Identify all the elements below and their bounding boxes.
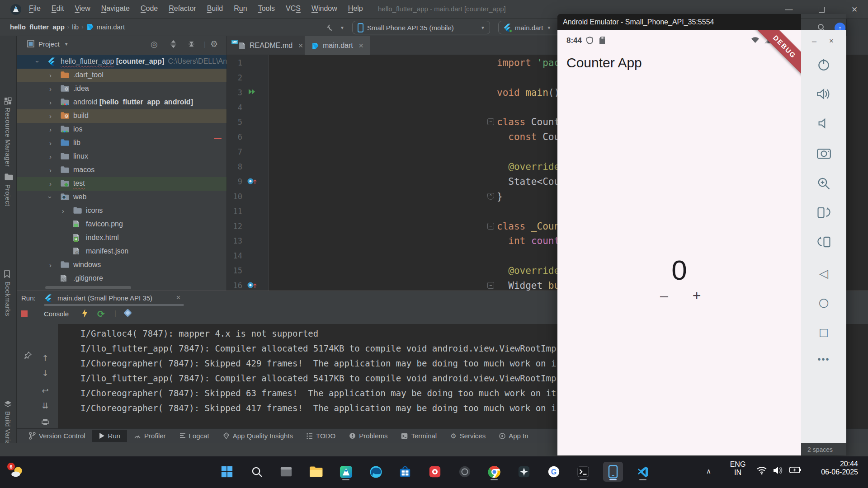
taskbar-android-emulator[interactable] bbox=[603, 462, 623, 482]
chevron-right-icon[interactable]: › bbox=[62, 207, 64, 215]
tool-window-app-in[interactable]: App In bbox=[492, 430, 535, 442]
tree-item-icons[interactable]: ›icons bbox=[17, 204, 227, 218]
device-selector[interactable]: Small Phone API 35 (mobile) ▼ bbox=[352, 21, 490, 34]
tool-window-todo[interactable]: TODO bbox=[300, 430, 342, 442]
tool-window-profiler[interactable]: Profiler bbox=[127, 430, 173, 442]
taskbar-app-red[interactable] bbox=[425, 462, 445, 482]
taskbar-app-window[interactable] bbox=[276, 462, 296, 482]
menu-edit[interactable]: Edit bbox=[46, 0, 70, 17]
expand-all-icon[interactable] bbox=[170, 40, 177, 48]
hot-restart-icon[interactable]: ⟳ bbox=[97, 309, 105, 319]
breadcrumb-file[interactable]: main.dart bbox=[97, 23, 125, 31]
emulator-close-button[interactable]: × bbox=[829, 37, 834, 46]
chevron-right-icon[interactable]: › bbox=[49, 71, 52, 79]
tool-window-app-quality-insights[interactable]: App Quality Insights bbox=[216, 430, 300, 442]
taskbar-android-studio[interactable] bbox=[336, 462, 356, 482]
emulator-screen[interactable]: 8:44 DEBUG Counter App 0 – + bbox=[557, 30, 801, 455]
print-icon[interactable] bbox=[39, 416, 51, 428]
emulator-rotate-left-button[interactable] bbox=[816, 205, 831, 220]
tool-window-version-control[interactable]: Version Control bbox=[22, 430, 92, 442]
tree-item-manifest-json[interactable]: ⚙manifest.json bbox=[17, 245, 227, 258]
tray-volume-icon[interactable] bbox=[773, 466, 783, 474]
tree-item-idea[interactable]: ›⚙.idea bbox=[17, 82, 227, 96]
chevron-down-icon[interactable]: › bbox=[47, 196, 54, 198]
close-run-tab-icon[interactable]: ✕ bbox=[176, 294, 181, 301]
clock[interactable]: 20:4406-06-2025 bbox=[813, 460, 858, 476]
tree-item-ios[interactable]: ›●●●ios bbox=[17, 123, 227, 136]
taskbar-search[interactable] bbox=[247, 462, 267, 482]
taskbar-app-compass[interactable] bbox=[514, 462, 534, 482]
tab-readme[interactable]: MD README.md✕ bbox=[231, 36, 310, 55]
collapse-all-icon[interactable] bbox=[188, 40, 195, 48]
emulator-back-button[interactable]: ◁ bbox=[816, 266, 831, 281]
tree-item-build[interactable]: ›⚙build bbox=[17, 109, 227, 123]
taskbar-google[interactable]: G bbox=[544, 462, 564, 482]
menu-build[interactable]: Build bbox=[202, 0, 229, 17]
console-tab[interactable]: Console bbox=[44, 310, 69, 318]
chevron-right-icon[interactable]: › bbox=[49, 180, 52, 188]
tab-main-dart[interactable]: main.dart✕ bbox=[305, 36, 370, 55]
tray-expand-icon[interactable]: ∧ bbox=[706, 467, 711, 475]
tray-battery-icon[interactable] bbox=[789, 467, 801, 473]
emulator-more-button[interactable]: ••• bbox=[816, 352, 831, 367]
menu-run[interactable]: Run bbox=[228, 0, 252, 17]
tree-item-macos[interactable]: ›macos bbox=[17, 164, 227, 177]
chevron-right-icon[interactable]: › bbox=[49, 153, 52, 160]
fold-icon[interactable]: − bbox=[487, 282, 494, 289]
chevron-right-icon[interactable]: › bbox=[49, 139, 52, 147]
tool-window-problems[interactable]: Problems bbox=[342, 430, 394, 442]
soft-wrap-icon[interactable]: ↩ bbox=[39, 385, 51, 396]
tool-window-logcat[interactable]: Logcat bbox=[173, 430, 216, 442]
menu-window[interactable]: Window bbox=[306, 0, 343, 17]
emulator-volume-up-button[interactable] bbox=[816, 86, 831, 102]
tool-window-services[interactable]: ⚙Services bbox=[443, 430, 492, 442]
menu-code[interactable]: Code bbox=[135, 0, 163, 17]
taskbar-app-dark[interactable] bbox=[455, 462, 475, 482]
tree-item-linux[interactable]: ›linux bbox=[17, 150, 227, 164]
emulator-volume-down-button[interactable] bbox=[816, 116, 831, 131]
chevron-right-icon[interactable]: › bbox=[49, 99, 52, 106]
chevron-right-icon[interactable]: › bbox=[49, 261, 52, 269]
tree-item-windows[interactable]: ›windows bbox=[17, 258, 227, 272]
chevron-right-icon[interactable]: › bbox=[49, 85, 52, 93]
tool-window-terminal[interactable]: Terminal bbox=[394, 430, 443, 442]
emulator-minimize-button[interactable]: – bbox=[812, 37, 816, 46]
taskbar-start[interactable] bbox=[217, 462, 237, 482]
menu-help[interactable]: Help bbox=[343, 0, 368, 17]
tree-item-hello-flutter-app[interactable]: ›hello_flutter_app [counter_app]C:\Users… bbox=[17, 55, 227, 69]
taskbar-terminal[interactable] bbox=[573, 462, 593, 482]
menu-view[interactable]: View bbox=[69, 0, 95, 17]
menu-file[interactable]: File bbox=[24, 0, 46, 17]
chevron-right-icon[interactable]: › bbox=[49, 126, 52, 133]
increment-button[interactable]: + bbox=[689, 287, 705, 304]
taskbar-notification-widget[interactable]: 6 bbox=[7, 462, 27, 482]
hot-reload-icon[interactable] bbox=[81, 309, 88, 318]
emulator-rotate-right-button[interactable] bbox=[816, 234, 831, 249]
locate-file-icon[interactable]: ◎ bbox=[151, 39, 158, 49]
taskbar-edge[interactable] bbox=[366, 462, 386, 482]
menu-refactor[interactable]: Refactor bbox=[163, 0, 201, 17]
history-caret-icon[interactable]: ▼ bbox=[340, 25, 344, 30]
rerun-history-icon[interactable] bbox=[326, 23, 336, 33]
tree-item-web[interactable]: ›web bbox=[17, 191, 227, 204]
close-tab-icon[interactable]: ✕ bbox=[298, 42, 303, 49]
fold-icon[interactable]: − bbox=[487, 223, 494, 230]
tree-item-index-html[interactable]: Hindex.html bbox=[17, 231, 227, 245]
dart-devtools-icon[interactable] bbox=[123, 309, 132, 317]
decrement-button[interactable]: – bbox=[656, 287, 672, 304]
chevron-right-icon[interactable]: › bbox=[49, 112, 52, 120]
fold-icon[interactable]: − bbox=[487, 118, 494, 125]
menu-tools[interactable]: Tools bbox=[253, 0, 280, 17]
close-tab-icon[interactable]: ✕ bbox=[359, 42, 364, 49]
emulator-zoom-in-button[interactable] bbox=[816, 176, 831, 191]
pin-icon[interactable] bbox=[22, 349, 34, 361]
tray-wifi-icon[interactable] bbox=[757, 467, 767, 474]
tool-window-run[interactable]: Run bbox=[92, 430, 127, 442]
emulator-overview-button[interactable]: □ bbox=[816, 324, 831, 340]
horizontal-scrollbar[interactable] bbox=[45, 286, 131, 289]
language-indicator[interactable]: ENGIN bbox=[729, 460, 747, 477]
fold-end-icon[interactable]: ⌃ bbox=[487, 193, 494, 200]
breadcrumb-project[interactable]: hello_flutter_app bbox=[10, 23, 65, 31]
taskbar-chrome[interactable] bbox=[484, 462, 504, 482]
emulator-camera-button[interactable] bbox=[816, 145, 831, 160]
